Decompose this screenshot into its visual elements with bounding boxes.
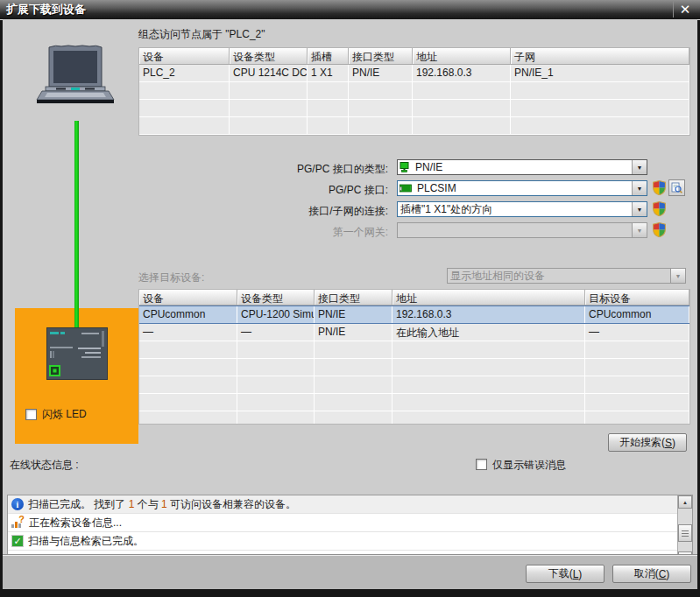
plc-device-image xyxy=(46,327,108,383)
pgpc-interface-label: PG/PC 接口: xyxy=(213,183,388,198)
col-interface-type: 接口类型 xyxy=(349,48,413,64)
cell-device: — xyxy=(139,324,237,341)
cell-interface-type: PN/IE xyxy=(315,324,392,341)
cell-device: PLC_2 xyxy=(139,65,230,81)
close-icon[interactable]: ✕ xyxy=(673,1,696,18)
pnie-icon xyxy=(399,162,410,172)
detect-interface-button[interactable] xyxy=(668,179,685,196)
empty-row xyxy=(139,117,689,135)
col-interface-type: 接口类型 xyxy=(315,290,392,305)
shield-icon xyxy=(652,222,667,237)
pgpc-interface-value: PLCSIM xyxy=(414,182,632,194)
cell-device: CPUcommon xyxy=(139,306,237,323)
cell-target-device: — xyxy=(585,324,689,341)
only-errors-label: 仅显示错误消息 xyxy=(492,458,566,473)
online-status-heading: 在线状态信息 : xyxy=(10,458,79,473)
retrieving-icon: ? xyxy=(11,516,25,529)
extended-download-dialog: 扩展下载到设备 ✕ 组态访问节点属于 "PLC_2" 设备 设备类型 插槽 接口… xyxy=(0,0,700,597)
button-label: 下载( xyxy=(548,566,573,581)
empty-row xyxy=(139,359,689,376)
shield-icon xyxy=(652,201,667,216)
chevron-down-icon: ▼ xyxy=(670,269,685,283)
connection-label: 接口/子网的连接: xyxy=(213,204,388,219)
dialog-title: 扩展下载到设备 xyxy=(0,2,86,18)
pgpc-type-value: PN/IE xyxy=(413,161,632,173)
message-text: 正在检索设备信息... xyxy=(29,516,122,530)
footer-bar: 下载(L) 取消(C) xyxy=(3,554,697,589)
title-bar: 扩展下载到设备 ✕ xyxy=(0,0,700,20)
cell-address: 192.168.0.3 xyxy=(413,65,511,81)
col-device-type: 设备类型 xyxy=(237,290,315,305)
pgpc-interface-dropdown[interactable]: PLCSIM ▼ xyxy=(397,180,647,196)
status-message: ✓ 扫描与信息检索已完成。 xyxy=(8,532,692,551)
message-text: 扫描已完成。 找到了 1 个与 1 可访问设备相兼容的设备。 xyxy=(28,497,296,512)
start-search-button[interactable]: 开始搜索(S) xyxy=(608,433,687,452)
chevron-down-icon: ▼ xyxy=(632,223,647,237)
connection-value: 插槽"1 X1"处的方向 xyxy=(398,202,632,217)
shield-icon xyxy=(652,180,667,195)
access-nodes-header: 设备 设备类型 插槽 接口类型 地址 子网 xyxy=(139,48,689,65)
access-nodes-table: 设备 设备类型 插槽 接口类型 地址 子网 PLC_2 CPU 1214C DC… xyxy=(138,47,690,136)
message-text: 扫描与信息检索已完成。 xyxy=(28,534,144,549)
flash-led-label: 闪烁 LED xyxy=(42,407,87,422)
select-target-heading: 选择目标设备: xyxy=(138,270,204,285)
connection-cable xyxy=(74,121,79,329)
cell-slot: 1 X1 xyxy=(308,65,349,81)
empty-row xyxy=(139,82,689,100)
check-icon: ✓ xyxy=(11,535,24,547)
table-row[interactable]: PLC_2 CPU 1214C DC/D... 1 X1 PN/IE 192.1… xyxy=(139,65,689,82)
col-address: 地址 xyxy=(413,48,511,64)
cell-device-type: CPU-1200 Simula... xyxy=(237,306,315,323)
cell-subnet: PN/IE_1 xyxy=(511,65,689,81)
empty-row xyxy=(139,411,689,425)
table-row-selected[interactable]: CPUcommon CPU-1200 Simula... PN/IE 192.1… xyxy=(139,306,689,324)
devices-header: 设备 设备类型 接口类型 地址 目标设备 xyxy=(139,290,689,306)
cell-address-input[interactable]: 在此输入地址 xyxy=(392,324,585,341)
config-node-heading: 组态访问节点属于 "PLC_2" xyxy=(138,27,265,42)
cell-address: 192.168.0.3 xyxy=(392,306,585,323)
dialog-body: 组态访问节点属于 "PLC_2" 设备 设备类型 插槽 接口类型 地址 子网 P… xyxy=(3,19,697,588)
device-filter-value: 显示地址相同的设备 xyxy=(448,269,670,284)
col-slot: 插槽 xyxy=(308,48,349,64)
col-device: 设备 xyxy=(139,290,237,305)
button-label: 开始搜索( xyxy=(619,435,665,450)
chevron-down-icon[interactable]: ▼ xyxy=(632,160,647,174)
button-label: 取消( xyxy=(634,566,659,581)
empty-row xyxy=(139,341,689,359)
pgpc-type-dropdown[interactable]: PN/IE ▼ xyxy=(397,159,647,175)
cell-interface-type: PN/IE xyxy=(315,306,392,323)
col-device: 设备 xyxy=(139,48,230,64)
col-device-type: 设备类型 xyxy=(230,48,308,64)
cell-interface-type: PN/IE xyxy=(349,65,413,81)
cancel-button[interactable]: 取消(C) xyxy=(612,565,691,583)
only-errors-checkbox[interactable] xyxy=(476,459,487,470)
gateway-dropdown: ▼ xyxy=(397,222,647,238)
empty-row xyxy=(139,376,689,394)
pgpc-type-label: PG/PC 接口的类型: xyxy=(213,162,388,177)
device-filter-dropdown: 显示地址相同的设备 ▼ xyxy=(447,268,686,284)
cell-target-device: CPUcommon xyxy=(585,306,689,323)
status-message: i 扫描已完成。 找到了 1 个与 1 可访问设备相兼容的设备。 xyxy=(8,495,692,514)
table-row[interactable]: — — PN/IE 在此输入地址 — xyxy=(139,324,689,341)
col-subnet: 子网 xyxy=(511,48,689,64)
chevron-down-icon[interactable]: ▼ xyxy=(632,202,647,216)
cell-device-type: — xyxy=(237,324,315,341)
scrollbar-thumb[interactable] xyxy=(678,524,692,542)
network-card-icon xyxy=(399,184,412,193)
status-message: ? 正在检索设备信息... xyxy=(8,514,692,532)
compatible-devices-table: 设备 设备类型 接口类型 地址 目标设备 CPUcommon CPU-1200 … xyxy=(138,289,690,425)
col-target-device: 目标设备 xyxy=(585,290,689,305)
connection-dropdown[interactable]: 插槽"1 X1"处的方向 ▼ xyxy=(397,201,647,217)
empty-row xyxy=(139,100,689,117)
scroll-up-icon[interactable]: ▲ xyxy=(678,495,692,509)
empty-row xyxy=(139,394,689,411)
gateway-label: 第一个网关: xyxy=(213,225,388,240)
pg-laptop-image xyxy=(35,44,116,109)
flash-led-checkbox[interactable] xyxy=(25,409,37,420)
col-address: 地址 xyxy=(392,290,585,305)
download-button[interactable]: 下载(L) xyxy=(526,565,605,583)
cell-device-type: CPU 1214C DC/D... xyxy=(230,65,308,81)
info-icon: i xyxy=(11,498,24,510)
chevron-down-icon[interactable]: ▼ xyxy=(632,181,647,195)
